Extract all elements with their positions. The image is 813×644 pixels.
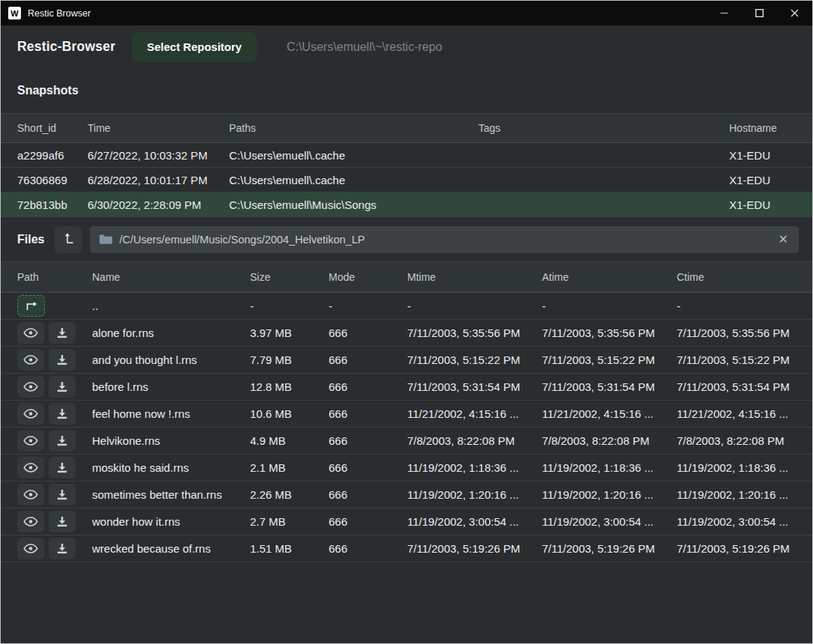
file-name[interactable]: and you thought l.rns [92, 353, 250, 366]
download-file-button[interactable] [49, 430, 76, 452]
file-mtime: 11/19/2002, 1:20:16 ... [407, 488, 542, 501]
eye-icon [23, 327, 38, 338]
files-col-path: Path [17, 271, 92, 283]
preview-file-button[interactable] [17, 322, 44, 344]
close-button[interactable] [777, 1, 812, 25]
preview-file-button[interactable] [17, 376, 44, 398]
preview-file-button[interactable] [17, 538, 44, 559]
download-file-button[interactable] [49, 457, 76, 479]
file-ctime: 7/11/2003, 5:19:26 PM [677, 542, 796, 555]
eye-icon [23, 354, 38, 365]
snapshots-col-time: Time [88, 122, 229, 134]
file-mtime: 11/19/2002, 3:00:54 ... [407, 515, 542, 528]
snapshot-time: 6/28/2022, 10:01:17 PM [88, 174, 229, 186]
empty-area [1, 562, 812, 643]
file-size: 4.9 MB [250, 434, 329, 447]
snapshot-row[interactable]: 76306869 6/28/2022, 10:01:17 PM C:\Users… [1, 168, 812, 192]
eye-icon [23, 489, 38, 500]
file-row: wonder how it.rns 2.7 MB 666 11/19/2002,… [1, 508, 812, 535]
snapshot-row[interactable]: a2299af6 6/27/2022, 10:03:32 PM C:\Users… [1, 143, 812, 168]
file-size: 7.79 MB [250, 353, 329, 366]
snapshot-time: 6/30/2022, 2:28:09 PM [88, 198, 229, 211]
files-col-atime: Atime [542, 271, 677, 283]
app-title: Restic-Browser [17, 39, 115, 55]
preview-file-button[interactable] [17, 349, 44, 371]
minimize-button[interactable] [707, 1, 742, 25]
path-input[interactable]: /C/Users/emuell/Music/Songs/2004_Helveti… [90, 226, 799, 253]
preview-file-button[interactable] [17, 403, 44, 425]
eye-icon [23, 543, 38, 554]
download-icon [56, 408, 68, 419]
file-row: sometimes better than.rns 2.26 MB 666 11… [1, 482, 812, 508]
file-mode: 666 [329, 380, 407, 393]
file-name[interactable]: .. [92, 300, 250, 312]
repository-path[interactable]: C:\Users\emuell\~\restic-repo [287, 40, 442, 54]
file-row: alone for.rns 3.97 MB 666 7/11/2003, 5:3… [1, 320, 812, 347]
parent-directory-row: .. - - - - - [1, 293, 812, 320]
file-mtime: 7/11/2003, 5:15:22 PM [407, 353, 542, 366]
eye-icon [23, 408, 38, 419]
file-ctime: 7/8/2003, 8:22:08 PM [677, 434, 796, 447]
app-logo-icon: W [8, 7, 21, 19]
files-section-title: Files [17, 233, 44, 246]
file-ctime: 7/11/2003, 5:35:56 PM [677, 326, 796, 339]
level-up-icon [63, 232, 75, 246]
file-mode: 666 [329, 326, 407, 339]
files-bar: Files /C/Users/emuell/Music/Songs/2004_H… [1, 217, 812, 261]
current-path-text: /C/Users/emuell/Music/Songs/2004_Helveti… [119, 234, 770, 246]
file-name[interactable]: Helvikone.rns [92, 434, 250, 447]
file-ctime: 7/11/2003, 5:31:54 PM [677, 380, 796, 393]
snapshots-col-paths: Paths [229, 122, 478, 134]
files-col-mtime: Mtime [407, 271, 542, 283]
file-name[interactable]: before l.rns [92, 380, 250, 393]
minimize-icon [720, 9, 728, 17]
go-up-directory-button[interactable] [17, 295, 45, 317]
eye-icon [23, 435, 38, 446]
maximize-icon [755, 9, 764, 17]
file-row: feel home now !.rns 10.6 MB 666 11/21/20… [1, 401, 812, 428]
preview-file-button[interactable] [17, 484, 44, 505]
file-name[interactable]: alone for.rns [92, 326, 250, 339]
file-ctime: 11/21/2002, 4:15:16 ... [677, 407, 796, 420]
download-file-button[interactable] [49, 403, 76, 425]
file-name[interactable]: moskito he said.rns [92, 461, 250, 474]
file-mode: - [329, 300, 407, 312]
file-mode: 666 [329, 542, 407, 555]
download-icon [56, 462, 68, 473]
files-col-mode: Mode [329, 271, 407, 283]
clear-path-button[interactable]: ✕ [777, 234, 790, 246]
file-size: 12.8 MB [250, 380, 329, 393]
file-size: 1.51 MB [250, 542, 329, 555]
snapshot-paths: C:\Users\emuell\.cache [229, 174, 478, 186]
preview-file-button[interactable] [17, 511, 44, 532]
download-icon [56, 354, 68, 365]
file-atime: 11/19/2002, 1:20:16 ... [542, 488, 677, 501]
download-icon [56, 381, 68, 392]
maximize-button[interactable] [742, 1, 777, 25]
go-to-root-button[interactable] [55, 226, 82, 253]
file-size: - [250, 300, 329, 312]
snapshot-row[interactable]: 72b813bb 6/30/2022, 2:28:09 PM C:\Users\… [1, 192, 812, 217]
file-name[interactable]: sometimes better than.rns [92, 488, 250, 501]
file-mode: 666 [329, 461, 407, 474]
snapshots-col-tags: Tags [478, 122, 729, 134]
file-name[interactable]: feel home now !.rns [92, 407, 250, 420]
download-file-button[interactable] [49, 511, 76, 532]
file-atime: 11/19/2002, 1:18:36 ... [542, 461, 677, 474]
file-ctime: 11/19/2002, 1:20:16 ... [677, 488, 796, 501]
download-file-button[interactable] [49, 322, 76, 344]
file-name[interactable]: wonder how it.rns [92, 515, 250, 528]
file-name[interactable]: wrecked because of.rns [92, 542, 250, 555]
download-file-button[interactable] [49, 484, 76, 505]
select-repository-button[interactable]: Select Repository [132, 32, 257, 62]
file-mtime: 7/11/2003, 5:35:56 PM [407, 326, 542, 339]
files-table-header: PathNameSizeModeMtimeAtimeCtime [1, 261, 812, 293]
download-file-button[interactable] [49, 538, 76, 559]
preview-file-button[interactable] [17, 430, 44, 452]
download-file-button[interactable] [49, 349, 76, 371]
snapshots-col-short-id: Short_id [17, 122, 88, 134]
file-row: Helvikone.rns 4.9 MB 666 7/8/2003, 8:22:… [1, 428, 812, 455]
download-file-button[interactable] [49, 376, 76, 398]
preview-file-button[interactable] [17, 457, 44, 479]
file-row: moskito he said.rns 2.1 MB 666 11/19/200… [1, 455, 812, 482]
